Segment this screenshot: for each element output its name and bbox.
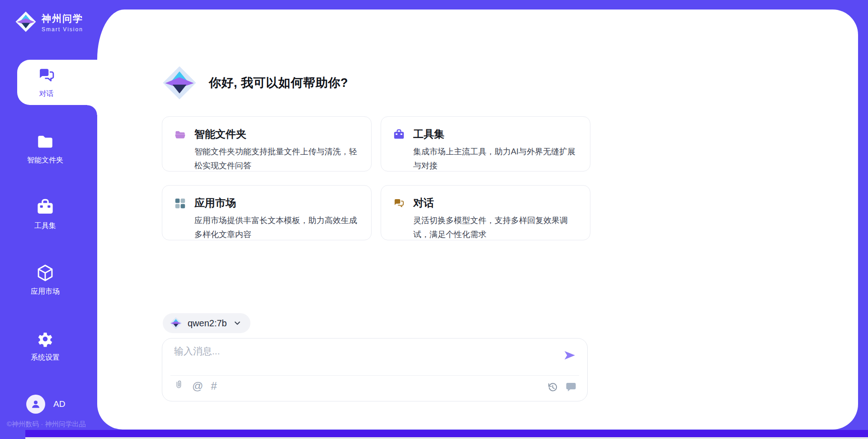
card-desc: 灵活切换多模型文件，支持多样回复效果调试，满足个性化需求 <box>413 214 581 241</box>
sidebar-item-settings[interactable]: 系统设置 <box>0 323 90 368</box>
composer-tools-left: @ # <box>173 380 217 391</box>
paperclip-icon[interactable] <box>173 380 184 391</box>
card-smart-folder[interactable]: 智能文件夹 智能文件夹功能支持批量文件上传与清洗，轻松实现文件问答 <box>162 116 372 172</box>
message-composer: @ # <box>162 338 588 401</box>
send-icon[interactable] <box>563 348 576 362</box>
sidebar-item-label: 应用市场 <box>31 287 60 296</box>
grid-icon <box>174 197 186 210</box>
message-input[interactable] <box>174 345 554 371</box>
folder-open-icon <box>174 129 186 141</box>
tab-fillet <box>87 105 97 115</box>
hash-icon[interactable]: # <box>211 381 217 391</box>
gear-icon <box>36 329 55 348</box>
greeting: 你好, 我可以如何帮助你? <box>162 65 348 100</box>
card-title: 应用市场 <box>194 196 362 210</box>
sidebar-item-smart-folder[interactable]: 智能文件夹 <box>0 126 90 171</box>
gem-diamond-icon <box>15 11 37 33</box>
chevron-down-icon <box>233 319 241 327</box>
brand-title: 神州问学 <box>42 12 83 25</box>
card-desc: 集成市场上主流工具，助力AI与外界无缝扩展与对接 <box>413 145 581 172</box>
card-title: 智能文件夹 <box>194 127 362 141</box>
chat-bubble-icon[interactable] <box>566 382 576 392</box>
sidebar-item-label: 工具集 <box>34 221 56 231</box>
greeting-title: 你好, 我可以如何帮助你? <box>209 75 348 91</box>
card-desc: 应用市场提供丰富长文本模板，助力高效生成多样化文章内容 <box>194 214 362 241</box>
folder-icon <box>36 132 55 151</box>
user-profile[interactable]: AD <box>26 395 65 414</box>
composer-divider <box>170 375 579 376</box>
chat-bubbles-icon <box>37 66 56 85</box>
sidebar-item-toolset[interactable]: 工具集 <box>0 191 90 237</box>
cube-icon <box>36 263 55 282</box>
composer-tools-right <box>547 382 576 392</box>
brand-logo: 神州问学 Smart Vision <box>15 11 83 33</box>
card-title: 工具集 <box>413 127 581 141</box>
feature-cards: 智能文件夹 智能文件夹功能支持批量文件上传与清洗，轻松实现文件问答 工具集 集成… <box>162 116 590 240</box>
model-label: qwen2:7b <box>188 318 227 329</box>
chat-bubbles-icon <box>393 197 405 210</box>
gem-diamond-icon <box>162 65 197 100</box>
gem-diamond-icon <box>170 317 182 329</box>
sidebar-item-label: 对话 <box>39 89 54 99</box>
card-toolset[interactable]: 工具集 集成市场上主流工具，助力AI与外界无缝扩展与对接 <box>381 116 590 172</box>
at-sign-icon[interactable]: @ <box>192 381 203 391</box>
bottom-left-accent <box>0 430 25 439</box>
history-clock-icon[interactable] <box>547 382 558 392</box>
toolbox-icon <box>36 198 55 217</box>
brand-subtitle: Smart Vision <box>42 26 83 33</box>
sidebar-item-app-market[interactable]: 应用市场 <box>0 257 90 302</box>
avatar <box>26 395 45 414</box>
person-icon <box>30 398 42 410</box>
card-app-market[interactable]: 应用市场 应用市场提供丰富长文本模板，助力高效生成多样化文章内容 <box>162 185 372 240</box>
sidebar-item-label: 系统设置 <box>31 353 60 363</box>
toolbox-icon <box>393 129 405 141</box>
sidebar-item-label: 智能文件夹 <box>27 156 63 165</box>
app-window: 神州问学 Smart Vision 对话 智能文件夹 工具集 <box>0 0 868 437</box>
sidebar-footer: ©神州数码 · 神州问学出品 <box>7 420 85 429</box>
card-desc: 智能文件夹功能支持批量文件上传与清洗，轻松实现文件问答 <box>194 145 362 172</box>
card-title: 对话 <box>413 196 581 210</box>
model-selector[interactable]: qwen2:7b <box>163 313 250 333</box>
card-chat[interactable]: 对话 灵活切换多模型文件，支持多样回复效果调试，满足个性化需求 <box>381 185 590 240</box>
sidebar-item-chat[interactable]: 对话 <box>17 60 97 105</box>
user-name: AD <box>53 399 65 409</box>
